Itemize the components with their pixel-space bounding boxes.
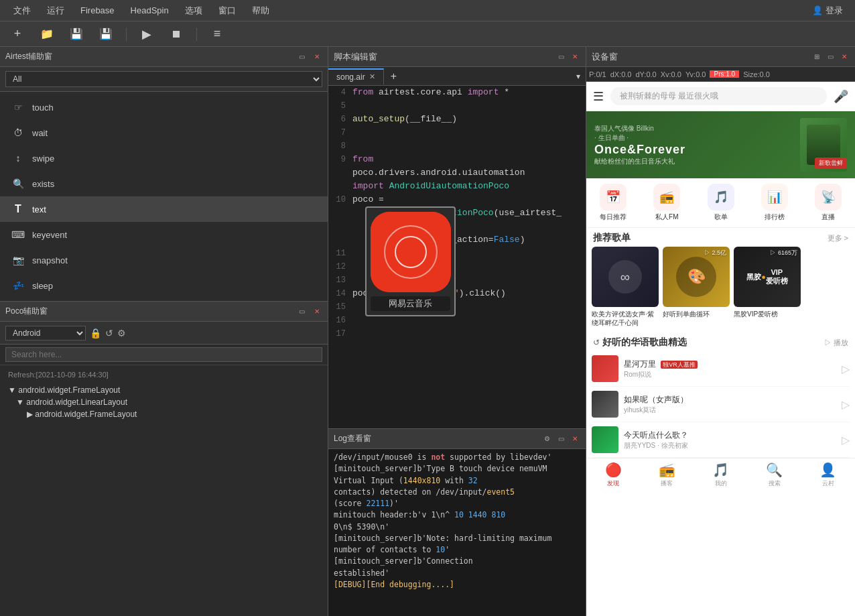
playlist-more[interactable]: 更多 > [828,233,848,243]
nav-village-label: 云村 [822,479,834,488]
song-title-1: 星河万里 独VR人墓推 [624,359,836,370]
app-icon-live[interactable]: 📡 直播 [801,184,855,222]
log-filter-icon[interactable]: ⚙ [541,434,553,444]
refresh-icon[interactable]: ↺ [593,338,600,347]
poco-minimize[interactable]: ▭ [296,306,308,316]
airtest-filter-select[interactable]: All [5,71,322,87]
report-button[interactable]: ≡ [208,27,226,41]
nav-village[interactable]: 👤 云村 [801,462,855,488]
poco-search-input[interactable] [5,347,322,362]
nav-search[interactable]: 🔍 搜索 [748,462,801,488]
airtest-list: ☞ touch ⏱ wait ↕ swipe 🔍 exists T tex [0,92,328,301]
tab-song-air[interactable]: song.air ✕ [328,68,384,84]
tab-dropdown-button[interactable]: ▾ [571,69,586,84]
coord-p: P:0/1 [589,70,606,78]
log-line-6: 0\n$ 5390\n' [334,521,580,533]
airtest-item-sleep[interactable]: 💤 sleep [0,273,328,298]
main-area: Airtest辅助窗 ▭ ✕ All ☞ touch ⏱ wait [0,47,855,616]
menu-file[interactable]: 文件 [5,2,39,19]
playlist-section-title: 推荐歌单 [593,232,631,244]
tree-label-2: android.widget.FrameLayout [35,410,137,419]
app-menu-icon[interactable]: ☰ [593,89,604,104]
tab-close-icon[interactable]: ✕ [369,72,375,81]
playlist-card-1[interactable]: ∞ 欧美方评优选女声·紫绕耳畔亿千心间 [592,247,659,327]
device-minimize[interactable]: ▭ [825,52,836,62]
airtest-item-exists[interactable]: 🔍 exists [0,171,328,196]
touch-icon: ☞ [11,100,25,115]
song-play-1[interactable]: ▷ [842,363,850,375]
menu-options[interactable]: 选项 [177,2,210,19]
menu-headspin[interactable]: HeadSpin [123,3,177,18]
save-button[interactable]: 💾 [67,27,86,40]
log-minimize[interactable]: ▭ [555,434,567,444]
save-all-button[interactable]: 💾 [96,27,115,40]
poco-tree-item-2[interactable]: ▶ android.widget.FrameLayout [5,408,322,420]
poco-close[interactable]: ✕ [312,306,322,316]
song-play-2[interactable]: ▷ [842,398,850,411]
log-title: Log查看窗 [334,433,371,444]
song-play-3[interactable]: ▷ [842,434,850,446]
wait-label: wait [32,128,48,138]
script-panel: 脚本编辑窗 ▭ ✕ song.air ✕ + ▾ 4 from airtest.… [328,47,586,616]
new-button[interactable]: + [8,27,27,41]
song-row-1[interactable]: 星河万里 独VR人墓推 Rom拟说 ▷ [592,351,850,387]
run-button[interactable]: ▶ [137,27,156,42]
app-mic-icon[interactable]: 🎤 [834,89,848,104]
log-line-9: established' [334,568,580,579]
airtest-item-touch[interactable]: ☞ touch [0,95,328,120]
airtest-item-snapshot[interactable]: 📷 snapshot [0,247,328,273]
airtest-header: Airtest辅助窗 ▭ ✕ [0,47,328,67]
phone-screen: ☰ 被荆斩棘的母母 最近很火哦 🎤 泰国人气偶像 Billkin · 生日单曲 … [586,82,855,616]
airtest-item-assert-exists[interactable]: ✓ assert_exists [0,298,328,301]
app-icon-daily[interactable]: 📅 每日推荐 [586,184,640,222]
playlist-card-3[interactable]: ▷ 6165万 黑胶●VIP爱听榜 黑胶VIP爱听榜 [734,247,801,327]
menu-run[interactable]: 运行 [39,2,72,19]
tab-label: song.air [336,72,365,82]
chart-icon: 📊 [761,184,788,210]
tab-add-button[interactable]: + [384,68,403,85]
banner-new-button[interactable]: 新歌尝鲜 [815,158,847,169]
poco-tree-item-1[interactable]: ▼ android.widget.LinearLayout [5,396,322,408]
poco-controls: ▭ ✕ [296,306,322,316]
nav-mine[interactable]: 🎵 我的 [694,462,747,488]
script-close[interactable]: ✕ [570,52,580,62]
airtest-item-swipe[interactable]: ↕ swipe [0,145,328,171]
playlist-section-header: 推荐歌单 更多 > [586,228,855,247]
app-icon-fm[interactable]: 📻 私人FM [640,184,694,222]
stop-button[interactable]: ⏹ [167,28,186,40]
airtest-minimize[interactable]: ▭ [296,52,308,62]
poco-tree-item-0[interactable]: ▼ android.widget.FrameLayout [5,384,322,396]
code-editor[interactable]: 4 from airtest.core.api import * 5 6 aut… [328,86,586,428]
script-minimize[interactable]: ▭ [555,52,567,62]
airtest-item-keyevent[interactable]: ⌨ keyevent [0,222,328,247]
device-close[interactable]: ✕ [839,52,850,62]
poco-search-area [0,345,328,365]
poco-platform-select[interactable]: Android [5,326,86,341]
poco-settings-icon[interactable]: ⚙ [117,328,126,338]
login-button[interactable]: 👤 登录 [805,2,850,19]
menu-window[interactable]: 窗口 [210,2,244,19]
poco-lock-icon[interactable]: 🔒 [90,328,101,338]
device-dock-icon[interactable]: ⊞ [811,52,822,62]
nav-discover[interactable]: 🔴 发现 [586,462,640,488]
app-search-bar[interactable]: 被荆斩棘的母母 最近很火哦 [610,87,827,105]
song-title-3: 今天听点什么歌？ [624,430,836,441]
fm-icon: 📻 [653,184,680,210]
playlist-card-2[interactable]: ▷ 2.5亿 🎨 好听到单曲循环 [663,247,730,327]
airtest-item-wait[interactable]: ⏱ wait [0,120,328,145]
nav-podcast-icon: 📻 [659,462,675,478]
code-line-17: 17 [328,327,586,341]
airtest-item-text[interactable]: T text [0,196,328,222]
songs-play-label[interactable]: ▷ 播放 [824,338,848,348]
airtest-close[interactable]: ✕ [312,52,322,62]
nav-podcast[interactable]: 📻 播客 [640,462,694,488]
poco-refresh-icon[interactable]: ↺ [105,328,113,338]
menu-help[interactable]: 帮助 [244,2,277,19]
app-icon-chart[interactable]: 📊 排行榜 [748,184,801,222]
open-button[interactable]: 📁 [38,27,56,40]
log-close[interactable]: ✕ [570,434,580,444]
song-row-3[interactable]: 今天听点什么歌？ 朋亮YYDS · 徐亮初家 ▷ [592,422,850,458]
menu-firebase[interactable]: Firebase [72,3,123,18]
song-row-2[interactable]: 如果呢（女声版） yihusk莫话 ▷ [592,387,850,422]
app-icon-playlist[interactable]: 🎵 歌单 [694,184,747,222]
